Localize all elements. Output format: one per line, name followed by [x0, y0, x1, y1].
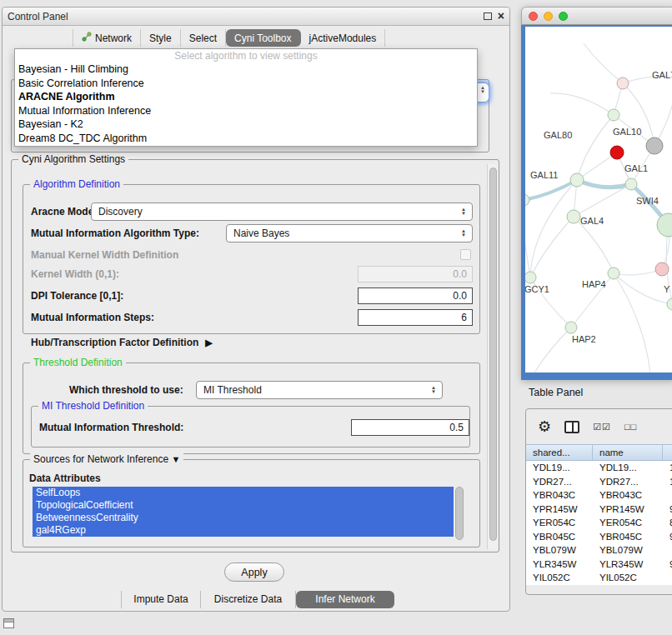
network-node[interactable] [567, 210, 580, 223]
select-columns-icon[interactable]: ☑☑ [593, 422, 611, 432]
network-edge[interactable] [574, 184, 631, 217]
attribute-item-selected[interactable]: BetweennessCentrality [33, 512, 454, 524]
network-edge[interactable] [577, 152, 617, 180]
column-header-shared-name[interactable]: shared... [526, 445, 593, 460]
mi-algorithm-type-select[interactable]: Naive Bayes ▲▼ [226, 224, 473, 242]
tab-infer-network[interactable]: Infer Network [296, 591, 394, 608]
settings-scrollbar[interactable] [487, 164, 498, 549]
table-row[interactable]: YBL079WYBL079W [526, 543, 672, 558]
tab-style[interactable]: Style [141, 29, 181, 47]
tab-network[interactable]: Network [73, 29, 141, 47]
algorithm-option[interactable]: Mutual Information Inference [15, 104, 477, 118]
column-browser-icon[interactable] [564, 421, 579, 433]
table-panel-title: Table Panel [529, 387, 583, 398]
attribute-item-selected[interactable]: gal4RGexp [33, 524, 454, 537]
network-node[interactable] [610, 146, 624, 159]
network-node[interactable] [570, 173, 584, 187]
tab-select[interactable]: Select [181, 29, 226, 47]
tab-cyni-toolbox[interactable]: Cyni Toolbox [226, 29, 300, 47]
group-legend: Cyni Algorithm Settings [18, 153, 128, 165]
panel-dock-icon[interactable] [3, 618, 14, 628]
tab-impute-data[interactable]: Impute Data [121, 591, 201, 608]
network-node[interactable] [646, 138, 663, 154]
algorithm-option-selected[interactable]: ARACNE Algorithm [15, 90, 477, 104]
column-header-extra[interactable] [663, 445, 672, 460]
network-window-titlebar[interactable] [521, 7, 672, 25]
minimize-traffic-light[interactable] [544, 12, 553, 21]
algorithm-option[interactable]: Basic Correlation Inference [15, 77, 477, 91]
table-row[interactable]: YBR045CYBR045C9. [526, 530, 672, 544]
which-threshold-label: Which threshold to use: [69, 381, 183, 399]
network-node[interactable] [608, 109, 619, 121]
table-row[interactable]: YBR043CYBR043C [526, 488, 672, 502]
close-traffic-light[interactable] [529, 12, 538, 21]
mi-algorithm-type-label: Mutual Information Algorithm Type: [31, 224, 199, 242]
tab-discretize-data[interactable]: Discretize Data [201, 591, 296, 608]
algorithm-option[interactable]: Dream8 DC_TDC Algorithm [15, 132, 477, 146]
collapse-arrow-icon[interactable]: ▼ [171, 454, 180, 464]
table-row[interactable]: YPR145WYPR145W9. [526, 502, 672, 517]
network-node[interactable] [525, 194, 529, 206]
expand-arrow-icon[interactable]: ▶ [205, 334, 212, 351]
kernel-width-input[interactable]: 0.0 [358, 266, 473, 282]
table-row[interactable]: YDL19...YDL19...13 [526, 461, 672, 475]
network-edge[interactable] [530, 217, 574, 278]
algorithm-dropdown-list: Select algorithm to view settings Bayesi… [14, 48, 478, 147]
which-threshold-select[interactable]: MI Threshold ▲▼ [196, 381, 443, 399]
network-node[interactable] [608, 268, 619, 279]
network-edge[interactable] [577, 180, 631, 188]
manual-kernel-width-checkbox[interactable] [460, 249, 471, 260]
zoom-traffic-light[interactable] [559, 12, 568, 21]
attribute-item-selected[interactable]: TopologicalCoefficient [33, 499, 454, 512]
network-edge[interactable] [614, 269, 662, 275]
table-cell: YBR043C [593, 488, 663, 502]
network-node[interactable] [655, 262, 669, 276]
network-node[interactable] [657, 213, 672, 237]
network-node[interactable] [625, 178, 637, 190]
dpi-tolerance-input[interactable]: 0.0 [358, 288, 473, 304]
float-window-icon[interactable] [484, 12, 492, 20]
table-row[interactable]: YDR27...YDR27...12 [526, 475, 672, 489]
control-panel-titlebar[interactable]: Control Panel × [3, 8, 509, 26]
algorithm-option[interactable]: Bayesian - Hill Climbing [15, 62, 477, 77]
scrollbar-thumb[interactable] [489, 168, 497, 541]
mi-threshold-label: Mutual Information Threshold: [39, 419, 183, 436]
aracne-mode-select[interactable]: Discovery ▲▼ [91, 202, 473, 221]
network-node[interactable] [617, 78, 629, 89]
network-node[interactable] [667, 298, 672, 310]
aracne-mode-label: Aracne Mode: [31, 202, 97, 221]
deselect-columns-icon[interactable]: □□ [624, 422, 637, 432]
close-icon[interactable]: × [498, 10, 504, 22]
mi-steps-input[interactable]: 6 [358, 309, 473, 326]
network-node[interactable] [525, 272, 536, 283]
table-row[interactable]: YIL052CYIL052C [526, 571, 672, 585]
network-edge[interactable] [550, 93, 614, 115]
network-edge[interactable] [534, 328, 571, 372]
network-edge[interactable] [530, 180, 577, 278]
attribute-list-scrollbar[interactable] [455, 487, 464, 540]
tab-label: Network [95, 32, 132, 44]
apply-button[interactable]: Apply [224, 562, 284, 582]
network-canvas[interactable]: GAL80GAL10GAL7GAL11GAL1SWI4GAL4GCY1HAP4H… [521, 25, 672, 380]
attribute-item-selected[interactable]: SelfLoops [33, 487, 454, 499]
mi-steps-label: Mutual Information Steps: [31, 309, 154, 326]
selected-value: Discovery [98, 206, 143, 218]
gear-icon[interactable]: ⚙ [538, 418, 551, 436]
network-node[interactable] [565, 322, 577, 333]
mi-threshold-input[interactable]: 0.5 [351, 419, 469, 436]
column-header-name[interactable]: name [593, 445, 663, 460]
node-label: HAP4 [582, 279, 606, 289]
table-row[interactable]: YER054CYER054C8. [526, 516, 672, 530]
table-row[interactable]: YLR345WYLR345W9. [526, 558, 672, 572]
table-cell: YIL052C [593, 571, 663, 585]
network-edge[interactable] [584, 43, 623, 83]
hub-definition-expander[interactable]: Hub/Transcription Factor Definition ▶ [31, 334, 213, 351]
algorithm-option[interactable]: Bayesian - K2 [15, 118, 477, 132]
network-edge[interactable] [577, 115, 614, 180]
network-edge[interactable] [525, 180, 577, 200]
network-edge[interactable] [525, 235, 530, 278]
combo-arrows-icon: ▲▼ [459, 203, 469, 220]
bottom-tabs: Impute Data Discretize Data Infer Networ… [3, 591, 509, 608]
node-label: GAL80 [544, 130, 572, 140]
tab-jactivemodules[interactable]: jActiveModules [301, 29, 386, 47]
